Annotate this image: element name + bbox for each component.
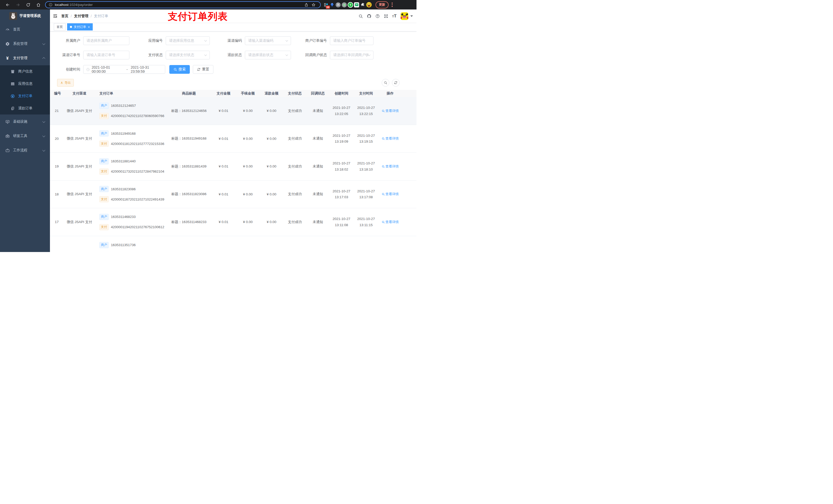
export-button[interactable]: 导出 — [57, 79, 74, 87]
sidebar-item-label: 系统管理 — [13, 42, 27, 46]
app-frame: 芋道管理系统 首页系统管理¥支付管理商户信息应用信息支付订单退款订单基础设施研发… — [0, 9, 416, 252]
cell-created-time: 2021-10-2713:11:08 — [329, 216, 354, 228]
help-icon[interactable] — [373, 9, 382, 23]
ext-chat-icon[interactable] — [354, 2, 360, 8]
cell-status — [283, 236, 307, 242]
close-tab-icon[interactable]: × — [88, 25, 90, 29]
filter-select-渠道编码[interactable]: 请输入渠道编码 — [245, 37, 291, 45]
ext-avatar-smiley-icon[interactable] — [366, 2, 372, 8]
url-bar[interactable]: localhost:1024/pay/order — [45, 1, 321, 8]
app-logo[interactable]: 芋道管理系统 — [0, 9, 50, 22]
sidebar-item-工作流程[interactable]: 工作流程 — [0, 143, 50, 158]
sidebar-item-商户信息[interactable]: 商户信息 — [0, 65, 50, 78]
tab-pay-order[interactable]: 支付订单 × — [67, 23, 93, 30]
gear-icon — [5, 42, 10, 46]
avatar-caret-icon[interactable] — [410, 15, 413, 17]
clock-icon — [86, 68, 90, 71]
tags-view-bar: 首页 支付订单 × — [50, 23, 416, 31]
cell-paid-time: 2021-10-2713:11:15 — [354, 216, 378, 228]
ext-puzzle-icon[interactable] — [360, 2, 366, 8]
show-search-toggle-button[interactable] — [382, 79, 389, 87]
back-icon[interactable] — [3, 1, 13, 9]
fullscreen-icon[interactable] — [382, 9, 390, 23]
sidebar-item-退款订单[interactable]: 退款订单 — [0, 102, 50, 115]
cell-status: 支付成功 — [283, 109, 307, 113]
filter-label: 应用编号 — [135, 39, 163, 43]
pay-order-no: 4200001167202110271022491439 — [111, 197, 164, 201]
filter-select-支付状态[interactable]: 请选择支付状态 — [166, 51, 210, 59]
merchant-order-no: 1635311468233 — [111, 215, 136, 219]
cell-id: 18 — [50, 192, 62, 196]
placeholder-text: 请输入渠道订单号 — [87, 53, 115, 57]
search-button[interactable]: 搜索 — [169, 65, 190, 74]
view-detail-link[interactable]: 查看详情 — [382, 136, 399, 141]
cell-id: 17 — [50, 220, 62, 224]
column-header-创建时间: 创建时间 — [329, 91, 354, 96]
cell-pay-order: 商户1635311468233支付42000011942021102767521… — [97, 214, 166, 230]
download-icon — [60, 81, 63, 84]
github-icon[interactable] — [365, 9, 373, 23]
cell-fee: ¥ 0.00 — [236, 220, 260, 224]
filter-select-退款状态[interactable]: 请选择退款状态 — [245, 51, 291, 59]
browser-update-button[interactable]: 更新 — [376, 1, 388, 8]
create-time-range-input[interactable]: 2021-10-01 00:00:00 - 2021-10-31 23:59:5… — [83, 65, 165, 74]
share-icon[interactable] — [303, 2, 310, 8]
filter-input-商户订单编号[interactable]: 请输入商户订单编号 — [330, 37, 374, 45]
sidebar-item-首页[interactable]: 首页 — [0, 22, 50, 37]
filter-input-渠道订单号[interactable]: 请输入渠道订单号 — [83, 51, 129, 59]
navbar-actions: TT — [356, 9, 416, 23]
filter-select-回调商户状态[interactable]: 请选择订单回调商户状态 — [330, 51, 374, 59]
view-detail-link[interactable]: 查看详情 — [382, 220, 399, 224]
column-header-支付时间: 支付时间 — [354, 91, 378, 96]
placeholder-text: 请输入渠道编码 — [248, 39, 273, 43]
forward-icon[interactable] — [13, 1, 23, 9]
info-icon[interactable] — [49, 3, 52, 7]
sidebar-item-研发工具[interactable]: 研发工具 — [0, 129, 50, 143]
sidebar-item-label: 退款订单 — [18, 106, 32, 111]
sidebar-item-label: 支付管理 — [13, 56, 27, 61]
ext-tabs-icon[interactable]: 10 — [323, 2, 329, 8]
table-header: 编号支付渠道支付订单商品标题支付金额手续金额退款金额支付状态回调状态创建时间支付… — [50, 90, 416, 97]
store-icon — [10, 69, 15, 74]
tab-home[interactable]: 首页 — [54, 23, 66, 30]
ext-gem-icon[interactable] — [329, 2, 335, 8]
page: { "browser": { "host": "localhost", "pat… — [0, 0, 416, 252]
reload-icon[interactable] — [23, 1, 33, 9]
font-size-icon[interactable]: TT — [390, 9, 399, 23]
filter-group: 渠道订单号请输入渠道订单号 — [57, 51, 129, 59]
browser-menu-icon[interactable] — [392, 3, 393, 7]
view-detail-link[interactable]: 查看详情 — [382, 192, 399, 196]
ext-record-icon[interactable] — [341, 2, 347, 8]
bookmark-star-icon[interactable] — [310, 2, 317, 8]
column-header-操作: 操作 — [378, 91, 402, 96]
filter-select-应用编号[interactable]: 请选择应用信息 — [166, 37, 210, 45]
merchant-order-no: 1635312124657 — [111, 104, 136, 107]
filter-input-所属商户[interactable]: 请选择所属商户 — [83, 37, 129, 45]
cell-fee: ¥ 0.00 — [236, 164, 260, 168]
sidebar-item-支付订单[interactable]: 支付订单 — [0, 90, 50, 102]
ext-y-icon[interactable]: Y — [347, 2, 354, 8]
sidebar-item-支付管理[interactable]: ¥支付管理 — [0, 51, 50, 65]
view-detail-link[interactable]: 查看详情 — [382, 109, 399, 113]
search-icon[interactable] — [356, 9, 365, 23]
home-icon[interactable] — [33, 1, 44, 9]
cell-channel: 微信 JSAPI 支付 — [62, 136, 97, 141]
cell-refund: ¥ 0.00 — [260, 220, 283, 224]
breadcrumb-home[interactable]: 首页 — [61, 14, 68, 19]
cell-paid-time: 2021-10-2713:19:15 — [354, 133, 378, 145]
breadcrumb-pay-manage[interactable]: 支付管理 — [74, 14, 88, 19]
ext-command-icon[interactable]: ⌘ — [335, 2, 341, 8]
cell-fee — [236, 236, 260, 242]
toolbox-icon — [5, 134, 10, 138]
merchant-order-no: 1635311949168 — [111, 131, 136, 136]
reset-button[interactable]: 重置 — [193, 65, 213, 74]
sidebar-collapse-icon[interactable] — [50, 9, 60, 23]
cell-created-time: 2021-10-2713:19:09 — [329, 133, 354, 145]
sidebar-item-应用信息[interactable]: 应用信息 — [0, 78, 50, 90]
view-detail-link[interactable]: 查看详情 — [382, 164, 399, 169]
sidebar-item-系统管理[interactable]: 系统管理 — [0, 37, 50, 51]
sidebar-item-基础设施[interactable]: 基础设施 — [0, 115, 50, 129]
refresh-table-button[interactable] — [392, 79, 400, 87]
cell-refund: ¥ 0.00 — [260, 109, 283, 113]
user-avatar[interactable] — [401, 12, 408, 20]
